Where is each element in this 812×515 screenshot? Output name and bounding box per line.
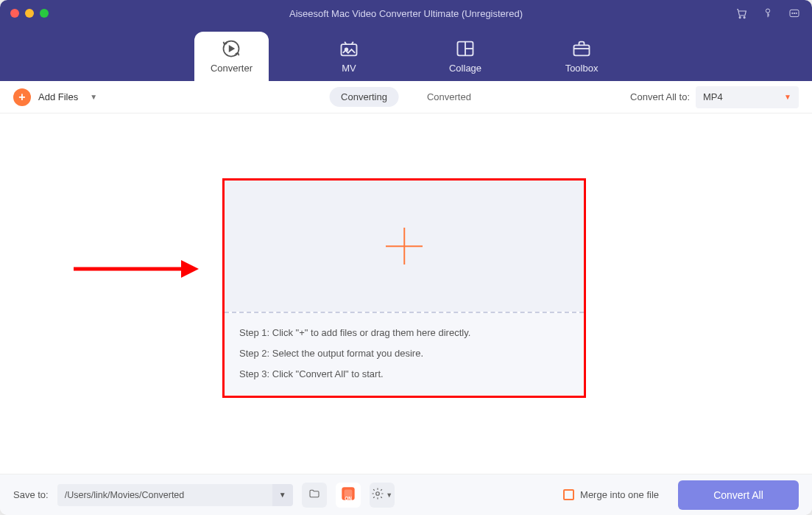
cart-icon[interactable] [734, 7, 749, 20]
svg-point-2 [766, 9, 769, 13]
segment-converting[interactable]: Converting [329, 87, 399, 107]
svg-point-4 [792, 13, 793, 13]
convert-all-button[interactable]: Convert All [678, 480, 799, 510]
add-files-button[interactable]: + Add Files ▼ [13, 88, 97, 106]
step-text: Step 1: Click "+" to add files or drag t… [239, 326, 569, 340]
merge-label: Merge into one file [580, 489, 659, 500]
plus-icon: + [13, 88, 31, 106]
settings-button[interactable]: ▼ [370, 483, 395, 508]
save-path-group: ▼ [57, 484, 293, 506]
output-format-select[interactable]: MP4 ▼ [696, 86, 799, 108]
segment-converted[interactable]: Converted [415, 87, 483, 107]
svg-point-0 [739, 17, 741, 18]
add-files-label: Add Files [38, 91, 78, 102]
traffic-lights [10, 9, 49, 18]
save-to-label: Save to: [13, 489, 49, 500]
svg-point-5 [794, 13, 794, 13]
tab-label: Converter [211, 63, 253, 74]
tab-mv[interactable]: MV [313, 32, 385, 81]
annotation-arrow [72, 258, 199, 280]
convert-all-label: Convert All [713, 489, 763, 501]
tab-converter[interactable]: Converter [194, 32, 269, 81]
drop-zone-add-area[interactable] [225, 181, 584, 312]
svg-rect-9 [342, 44, 357, 55]
minimize-window-button[interactable] [25, 9, 34, 18]
chevron-down-icon: ▼ [784, 93, 791, 101]
svg-text:ON: ON [345, 495, 352, 500]
svg-marker-16 [181, 260, 199, 278]
checkbox-icon [563, 489, 574, 500]
tab-toolbox[interactable]: Toolbox [546, 32, 618, 81]
key-icon[interactable] [762, 6, 774, 21]
svg-point-6 [796, 13, 797, 13]
toolbox-icon [571, 39, 592, 58]
gear-icon [371, 487, 384, 503]
collage-icon [455, 39, 476, 58]
footer: Save to: ▼ ON ▼ Merge into one file [0, 474, 812, 515]
status-segment: Converting Converted [329, 87, 483, 107]
step-text: Step 3: Click "Convert All" to start. [239, 368, 569, 381]
maximize-window-button[interactable] [40, 9, 49, 18]
save-path-input[interactable] [57, 484, 272, 506]
merge-checkbox[interactable]: Merge into one file [563, 489, 659, 500]
main-nav: Converter MV Collage Toolbox [0, 27, 812, 81]
mv-icon [339, 39, 359, 58]
save-path-dropdown[interactable]: ▼ [272, 484, 293, 506]
chevron-down-icon[interactable]: ▼ [90, 93, 97, 101]
close-window-button[interactable] [10, 9, 19, 18]
svg-rect-14 [574, 45, 590, 55]
tab-label: MV [342, 63, 356, 74]
step-text: Step 2: Select the output format you des… [239, 347, 569, 360]
open-folder-button[interactable] [302, 483, 327, 508]
menu-icon[interactable] [787, 7, 802, 19]
convert-all-to-label: Convert All to: [630, 91, 690, 102]
toolbar: + Add Files ▼ Converting Converted Conve… [0, 81, 812, 113]
gpu-icon: ON [339, 484, 358, 506]
svg-point-1 [744, 17, 745, 18]
main-area: Step 1: Click "+" to add files or drag t… [0, 113, 812, 474]
convert-all-to: Convert All to: MP4 ▼ [630, 86, 799, 108]
converter-icon [221, 39, 241, 58]
svg-point-20 [376, 491, 380, 495]
folder-icon [308, 488, 321, 502]
add-plus-icon [386, 228, 423, 264]
drop-zone[interactable]: Step 1: Click "+" to add files or drag t… [222, 178, 586, 398]
tab-collage[interactable]: Collage [429, 32, 501, 81]
svg-marker-8 [230, 46, 234, 52]
window-title: Aiseesoft Mac Video Converter Ultimate (… [0, 8, 812, 19]
chevron-down-icon: ▼ [386, 491, 392, 499]
app-window: Aiseesoft Mac Video Converter Ultimate (… [0, 0, 812, 515]
selected-format: MP4 [703, 91, 723, 102]
tab-label: Toolbox [565, 63, 599, 74]
tab-label: Collage [449, 63, 481, 74]
titlebar-actions [734, 6, 802, 21]
drop-zone-instructions: Step 1: Click "+" to add files or drag t… [225, 313, 584, 395]
titlebar: Aiseesoft Mac Video Converter Ultimate (… [0, 0, 812, 27]
gpu-accel-button[interactable]: ON [336, 483, 361, 508]
